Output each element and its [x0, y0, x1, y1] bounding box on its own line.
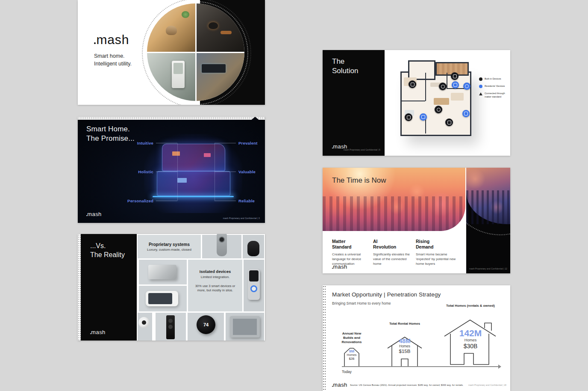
- callout-proprietary-systems: Proprietary systems Luxury, custom-made,…: [138, 235, 201, 258]
- slide-reality[interactable]: ...Vs. The Reality mash Proprietary syst…: [78, 234, 265, 341]
- house-unit: Homes: [453, 338, 488, 343]
- time-right-panel: mash Proprietary and Confidential | 12: [466, 168, 510, 273]
- callout-subtitle: Limited integration.: [201, 275, 230, 279]
- promise-label-prevalent: Prevalent: [215, 141, 257, 145]
- tablet-device: [230, 316, 260, 338]
- smart-speaker-device: [247, 241, 259, 256]
- slide-market-opportunity[interactable]: Market Opportunity | Penetration Strateg…: [323, 285, 510, 391]
- house-revenue: $15B: [391, 349, 418, 354]
- legend-item-builtin: Built-in Devices: [479, 77, 509, 81]
- interior-wall: [447, 73, 447, 89]
- solution-title: The Solution: [332, 57, 358, 76]
- mash-logo: mash: [332, 264, 347, 270]
- video-doorbell-device: [248, 269, 260, 300]
- promise-title-line1: Smart Home.: [86, 124, 135, 134]
- connector-line: [215, 172, 236, 172]
- confidential-footer: mash Proprietary and Confidential | 18: [323, 384, 506, 386]
- builtin-device-light-icon: [439, 83, 447, 90]
- callout-isolated-devices: Isolated devices Limited integration. 30…: [188, 260, 242, 311]
- callout-title: Proprietary systems: [149, 242, 190, 247]
- slide-time-is-now[interactable]: The Time is Now mash Proprietary and Con…: [323, 168, 510, 273]
- floor-plan-illustration: [396, 59, 476, 146]
- connector-line: [156, 172, 177, 172]
- resident-device-tv-icon: [452, 81, 459, 89]
- plant-shape: [182, 11, 189, 18]
- market-subtitle: Bringing Smart Home to every home: [332, 301, 391, 305]
- confidential-footer: mash Proprietary and Confidential | 12: [466, 267, 507, 270]
- confidential-footer: mash Proprietary and Confidential | 4: [137, 335, 265, 338]
- furniture-bed: [451, 93, 464, 101]
- house-large-total-homes: Total Homes (rentals & owned) 142M Homes…: [444, 304, 497, 367]
- furniture-dining-table: [434, 98, 449, 105]
- tagline: Smart home. Intelligent utility.: [94, 52, 132, 68]
- slide-title[interactable]: mash Smart home. Intelligent utility.: [78, 0, 265, 105]
- interior-wall: [425, 118, 426, 133]
- hub-device: [148, 265, 176, 279]
- time-title: The Time is Now: [332, 176, 386, 185]
- speckle-top-strip: [78, 117, 265, 120]
- slide-solution[interactable]: The Solution mash mash Proprietary and C…: [323, 50, 510, 156]
- presentation-canvas: mash Smart home. Intelligent utility. Sm…: [0, 0, 588, 391]
- reality-title: ...Vs. The Reality: [90, 242, 125, 260]
- connector-vertical-left: [177, 143, 178, 201]
- shelf-cell-speaker: [243, 235, 264, 258]
- builtin-device-thermostat-icon: [409, 80, 416, 88]
- house-medium-rental-homes: Total Rental Homes 48M Homes $15B: [387, 322, 423, 367]
- confidential-footer: mash Proprietary and Confidential | 5: [323, 148, 380, 151]
- builtin-device-projector-icon: [451, 72, 459, 80]
- logo-text: mash: [96, 33, 129, 47]
- shelf-cell-phone: [139, 286, 187, 311]
- callout-title: Isolated devices: [200, 269, 231, 274]
- timeline-arrow: [342, 366, 499, 367]
- house-small-annual-builds: Annual New Builds and Renovations 9M Hom…: [338, 332, 365, 367]
- reality-black-panel: ...Vs. The Reality mash: [81, 234, 137, 341]
- timeline-arrow-head-icon: [498, 364, 501, 369]
- smart-speaker-shape: [166, 26, 177, 35]
- house-window: [172, 151, 180, 156]
- thermostat-device: 74: [197, 315, 215, 334]
- time-column-ai: AIRevolution Significantly elevates the …: [373, 239, 413, 267]
- photo-wall-panel: [147, 53, 195, 101]
- tagline-line2: Intelligent utility.: [94, 60, 132, 68]
- thermostat-reading: 74: [203, 322, 209, 327]
- house-unit: Homes: [391, 344, 418, 349]
- speckle-left-edge: [323, 285, 326, 391]
- promise-label-valuable: Valuable: [215, 169, 256, 174]
- blue-dot-icon: [479, 85, 482, 88]
- builtin-device-lock-icon: [445, 118, 453, 126]
- builtin-device-hub-icon: [435, 106, 442, 113]
- time-column-matter: MatterStandard Creates a universal langu…: [332, 239, 369, 267]
- connector-line: [156, 143, 177, 143]
- resident-device-appliance-icon: [462, 110, 470, 117]
- logo-dot-icon: [94, 42, 96, 44]
- solution-title-line2: Solution: [332, 66, 358, 76]
- matter-triangle-icon: [479, 92, 482, 95]
- callout-body: 30% use 3 smart devices or more, but mos…: [194, 284, 237, 293]
- builtin-device-oven-icon: [405, 113, 412, 121]
- house-value: 48M: [391, 338, 418, 344]
- house-value: 142M: [453, 329, 488, 338]
- market-title: Market Opportunity | Penetration Strateg…: [332, 291, 441, 298]
- doorbell-device: [217, 234, 227, 256]
- slide-promise[interactable]: Smart Home. The Promise... Intuitive Pre…: [78, 117, 265, 223]
- speckle-ring: [466, 168, 510, 235]
- house-lower-floor: [157, 171, 230, 196]
- interior-wall: [402, 101, 425, 101]
- house-base-glow: [153, 196, 234, 197]
- reality-title-line1: ...Vs.: [90, 242, 125, 251]
- doorbell-camera: [249, 270, 259, 281]
- connector-line: [215, 143, 236, 143]
- mash-logo: mash: [94, 33, 129, 47]
- interior-wall: [425, 73, 426, 101]
- legend-item-residents: Residents' Devices: [479, 85, 509, 88]
- phone-device: [146, 291, 178, 306]
- promise-label-reliable: Reliable: [215, 198, 255, 203]
- cooktop-glow: [220, 31, 232, 34]
- solution-black-panel: The Solution mash mash Proprietary and C…: [323, 50, 385, 156]
- timeline-today-label: Today: [342, 370, 352, 374]
- photo-collage-circle: [147, 3, 244, 101]
- photo-smart-speaker: [147, 3, 195, 52]
- resident-device-fan-icon: [463, 83, 470, 90]
- connector-line: [156, 201, 177, 201]
- device-shelf-grid: Proprietary systems Luxury, custom-made,…: [137, 234, 265, 341]
